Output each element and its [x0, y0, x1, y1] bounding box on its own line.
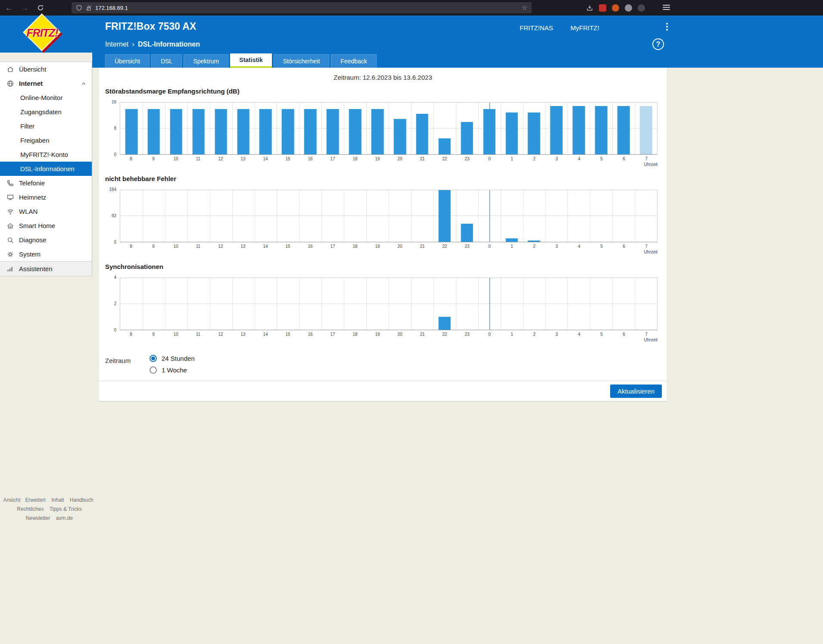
bar-hour-2 [528, 113, 540, 155]
assistant-bars-icon [6, 265, 14, 273]
bar-hour-13 [237, 109, 249, 154]
page-title: FRITZ!Box 7530 AX [105, 21, 196, 32]
footer-link-avmde[interactable]: avm.de [56, 515, 73, 521]
tab-spektrum[interactable]: Spektrum [184, 54, 228, 68]
sidebar-item-telefonie[interactable]: Telefonie [0, 176, 92, 190]
bar-hour-17 [327, 109, 339, 154]
save-page-icon[interactable] [586, 4, 593, 12]
bar-hour-12 [215, 109, 227, 154]
url-text[interactable]: 172.168.69.1 [95, 5, 518, 11]
radio-button-icon[interactable] [150, 366, 157, 374]
footer-link-inhalt[interactable]: Inhalt [51, 497, 64, 503]
breadcrumb: Internet›DSL-Informationen [105, 40, 200, 49]
bar-hour-19 [371, 109, 384, 154]
sidebar-item-system[interactable]: System [0, 247, 92, 261]
extension-icon-gray[interactable] [625, 4, 632, 12]
period-form-label: Zeitraum [105, 355, 150, 374]
footer-link-erweitert[interactable]: Erweitert [25, 497, 45, 503]
bar-hour-23 [461, 122, 473, 154]
bar-hour-1 [505, 113, 518, 155]
refresh-button[interactable]: Aktualisieren [610, 385, 662, 398]
bar-hour-2 [528, 241, 540, 242]
bar-hour-4 [573, 106, 585, 155]
bar-hour-11 [192, 109, 205, 154]
bar-hour-5 [595, 106, 608, 155]
smart-home-icon [6, 222, 14, 230]
footer-link-rechtliches[interactable]: Rechtliches [17, 506, 44, 512]
gear-icon [6, 250, 14, 258]
sidebar-item-diagnose[interactable]: Diagnose [0, 233, 92, 247]
home-icon [6, 66, 14, 73]
sidebar-item-wlan[interactable]: WLAN [0, 204, 92, 219]
myfritz-link[interactable]: MyFRITZ! [570, 24, 599, 31]
globe-icon [6, 80, 14, 88]
browser-back-icon[interactable]: ← [5, 4, 12, 12]
plot-area [120, 190, 658, 242]
browser-reload-icon[interactable] [37, 4, 44, 11]
sidebar-item-assistenten[interactable]: Assistenten [0, 261, 92, 276]
x-axis: 89101112131415161718192021222301234567 [120, 330, 658, 337]
x-axis-unit: Uhrzeit [120, 161, 658, 167]
y-axis: 024 [105, 278, 120, 330]
url-bar[interactable]: 172.168.69.1 ☆ [72, 2, 532, 13]
browser-menu-icon[interactable] [663, 5, 670, 11]
radio-24-stunden[interactable]: 24 Stunden [150, 355, 195, 362]
sidebar-item-myfritz-konto[interactable]: MyFRITZ!-Konto [0, 147, 92, 162]
x-axis: 89101112131415161718192021222301234567 [120, 155, 658, 161]
sidebar-item-zugangsdaten[interactable]: Zugangsdaten [0, 105, 92, 119]
sidebar-item-online-monitor[interactable]: Online-Monitor [0, 91, 92, 105]
sidebar-item-smart-home[interactable]: Smart Home [0, 219, 92, 233]
sidebar-item-filter[interactable]: Filter [0, 119, 92, 133]
chart-synchronizations: Synchronisationen 024 891011121314151617… [105, 263, 658, 342]
bar-hour-22 [439, 138, 451, 155]
kebab-menu-icon[interactable] [666, 23, 668, 31]
radio-1-woche[interactable]: 1 Woche [150, 366, 195, 374]
x-axis-unit: Uhrzeit [120, 337, 658, 342]
bar-hour-10 [170, 109, 183, 154]
tab-statistik[interactable]: Statistik [230, 53, 271, 68]
sidebar-item-dsl-informationen[interactable]: DSL-Informationen [0, 162, 92, 176]
network-icon [6, 194, 14, 201]
footer-link-newsletter[interactable]: Newsletter [26, 515, 50, 521]
app-header: FRITZ! FRITZ!Box 7530 AX FRITZ!NAS MyFRI… [0, 16, 823, 53]
breadcrumb-current: DSL-Informationen [138, 41, 200, 48]
sidebar-item-uebersicht[interactable]: Übersicht [0, 62, 92, 76]
radio-button-icon[interactable] [150, 355, 157, 362]
browser-forward-icon[interactable]: → [21, 4, 28, 12]
sidebar-item-internet[interactable]: Internet [0, 76, 92, 91]
fritz-logo[interactable]: FRITZ! [0, 16, 99, 53]
bar-hour-22 [439, 317, 451, 330]
extension-icon-orange[interactable] [612, 4, 619, 12]
tab-stoersicherheit[interactable]: Störsicherheit [274, 54, 330, 68]
magnifier-icon [6, 236, 14, 244]
breadcrumb-internet[interactable]: Internet [105, 41, 128, 48]
chart-title: Störabstandsmarge Empfangsrichtung (dB) [105, 88, 658, 96]
tab-dsl[interactable]: DSL [151, 54, 182, 68]
chevron-up-icon [81, 81, 87, 87]
extension-icon-adblocker[interactable] [599, 4, 606, 12]
help-icon[interactable]: ? [652, 38, 664, 50]
tracking-shield-icon[interactable] [76, 5, 82, 11]
bar-hour-15 [282, 109, 294, 154]
extension-icon-dark[interactable] [638, 4, 645, 12]
bar-hour-0 [483, 109, 496, 154]
main-content: Zeitraum: 12.6.2023 bis 13.6.2023 Störab… [99, 68, 667, 401]
plot-area [120, 278, 658, 330]
lock-icon[interactable] [86, 5, 92, 11]
fritznas-link[interactable]: FRITZ!NAS [520, 24, 553, 31]
bar-hour-1 [505, 238, 518, 242]
logo-text: FRITZ! [21, 27, 64, 39]
footer-link-handbuch[interactable]: Handbuch [70, 497, 94, 503]
bookmark-star-icon[interactable]: ☆ [522, 4, 527, 12]
button-bar: Aktualisieren [99, 381, 667, 401]
tab-uebersicht[interactable]: Übersicht [105, 54, 150, 68]
y-axis: 0816 [105, 102, 120, 155]
tab-feedback[interactable]: Feedback [331, 54, 376, 68]
bar-hour-6 [617, 106, 630, 155]
bar-hour-23 [461, 224, 473, 242]
sidebar-item-freigaben[interactable]: Freigaben [0, 133, 92, 147]
browser-chrome: ← → 172.168.69.1 ☆ [0, 0, 823, 16]
footer-link-tipps[interactable]: Tipps & Tricks [50, 506, 82, 512]
sidebar-item-heimnetz[interactable]: Heimnetz [0, 190, 92, 204]
view-label: Ansicht: [3, 497, 22, 503]
